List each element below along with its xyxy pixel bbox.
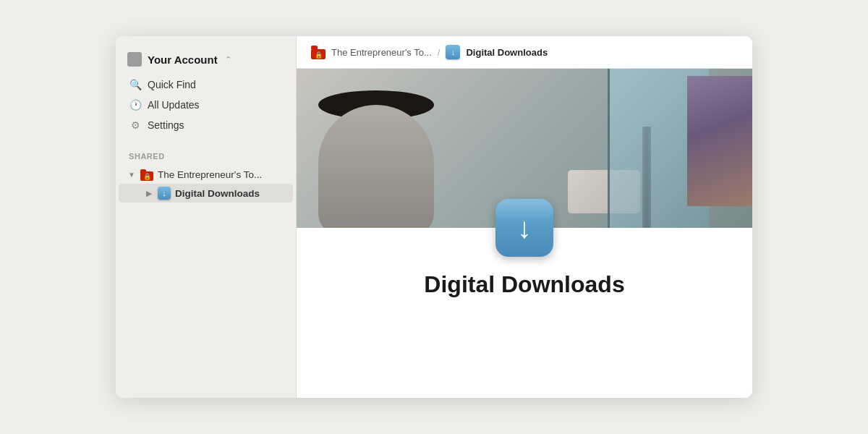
breadcrumb-folder-icon: 🔒 <box>311 45 326 59</box>
chevron-icon: ⌃ <box>225 55 231 64</box>
sidebar-header[interactable]: Your Account ⌃ <box>116 48 296 75</box>
breadcrumb-download-arrow: ↓ <box>451 48 456 56</box>
sidebar-nav-settings[interactable]: ⚙ Settings <box>122 116 290 135</box>
digital-downloads-sidebar-label: Digital Downloads <box>175 188 260 199</box>
big-download-arrow-icon: ↓ <box>517 213 532 242</box>
big-download-icon: ↓ <box>495 199 553 257</box>
your-account-label: Your Account <box>148 54 218 66</box>
shared-section-label: SHARED <box>116 152 296 165</box>
breadcrumb-folder-name[interactable]: The Entrepreneur's To... <box>331 47 432 58</box>
allupdates-icon: 🕐 <box>129 99 142 111</box>
sidebar: Your Account ⌃ 🔍 Quick Find 🕐 All Update… <box>116 36 297 398</box>
page-title: Digital Downloads <box>424 271 624 298</box>
triangle-down-icon: ▼ <box>127 171 136 179</box>
planter-body <box>318 105 434 228</box>
allupdates-label: All Updates <box>148 99 200 111</box>
wall-art <box>687 76 752 206</box>
folder-lock-icon: 🔒 <box>140 168 153 181</box>
hero-area: ↓ Digital Downloads <box>297 69 752 398</box>
shared-items: ▼ 🔒 The Entrepreneur's To... ▶ ↓ Digital… <box>116 165 296 203</box>
lock-icon: 🔒 <box>143 173 151 180</box>
download-arrow-icon: ↓ <box>162 190 166 197</box>
triangle-right-icon: ▶ <box>145 190 153 197</box>
settings-icon: ⚙ <box>129 119 142 131</box>
sidebar-nav: 🔍 Quick Find 🕐 All Updates ⚙ Settings <box>116 75 296 135</box>
quickfind-label: Quick Find <box>148 79 196 90</box>
account-icon <box>127 52 142 67</box>
breadcrumb-download-icon: ↓ <box>446 45 460 59</box>
sidebar-item-digital-downloads[interactable]: ▶ ↓ Digital Downloads <box>119 184 293 203</box>
quickfind-icon: 🔍 <box>129 79 142 90</box>
breadcrumb-lock-icon: 🔒 <box>315 51 323 59</box>
sidebar-item-entrepreneur-folder[interactable]: ▼ 🔒 The Entrepreneur's To... <box>119 165 293 184</box>
settings-label: Settings <box>148 119 184 131</box>
breadcrumb-separator: / <box>438 47 441 58</box>
entrepreneur-folder-label: The Entrepreneur's To... <box>158 169 262 180</box>
breadcrumb: 🔒 The Entrepreneur's To... / ↓ Digital D… <box>297 36 752 69</box>
sidebar-nav-quickfind[interactable]: 🔍 Quick Find <box>122 75 290 94</box>
breadcrumb-current-page: Digital Downloads <box>466 47 548 58</box>
download-folder-icon: ↓ <box>158 187 171 200</box>
sidebar-nav-allupdates[interactable]: 🕐 All Updates <box>122 95 290 114</box>
main-content: 🔒 The Entrepreneur's To... / ↓ Digital D… <box>297 36 752 398</box>
app-window: Your Account ⌃ 🔍 Quick Find 🕐 All Update… <box>116 36 752 398</box>
